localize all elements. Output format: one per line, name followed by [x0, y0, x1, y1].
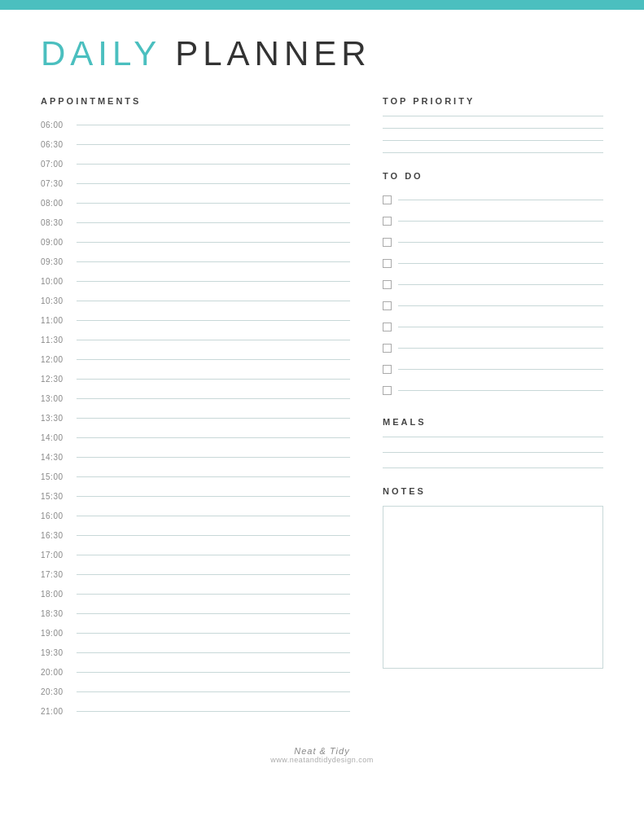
appointment-line	[77, 320, 350, 321]
todo-line	[398, 369, 603, 370]
notes-section: NOTES	[383, 486, 603, 669]
appointment-row: 13:30	[41, 409, 350, 427]
time-label: 07:00	[41, 160, 72, 169]
todo-item	[383, 296, 603, 314]
time-label: 09:00	[41, 238, 72, 247]
todo-line	[398, 348, 603, 349]
footer-url: www.neatandtidydesign.com	[41, 756, 603, 764]
appointment-row: 17:30	[41, 565, 350, 583]
time-label: 10:00	[41, 277, 72, 286]
todo-item	[383, 191, 603, 208]
time-label: 07:30	[41, 179, 72, 188]
time-label: 13:00	[41, 394, 72, 403]
priority-lines	[383, 116, 603, 153]
todo-line	[398, 327, 603, 327]
notes-box[interactable]	[383, 506, 603, 669]
footer-brand: Neat & Tidy	[41, 746, 603, 756]
top-bar	[0, 0, 644, 10]
appointment-line	[77, 144, 350, 145]
meals-lines	[383, 437, 603, 468]
todo-checkbox[interactable]	[383, 259, 392, 268]
appointment-line	[77, 379, 350, 380]
appointment-row: 12:00	[41, 350, 350, 368]
appointment-line	[77, 281, 350, 282]
appointment-row: 07:00	[41, 155, 350, 173]
appointment-line	[77, 437, 350, 438]
meal-line	[383, 437, 603, 437]
time-label: 15:00	[41, 472, 72, 481]
appointment-line	[77, 418, 350, 419]
meals-title: MEALS	[383, 417, 603, 427]
appointment-line	[77, 691, 350, 692]
appointments-title: APPOINTMENTS	[41, 96, 350, 106]
time-label: 10:30	[41, 296, 72, 305]
time-label: 12:30	[41, 375, 72, 384]
appointment-row: 06:00	[41, 116, 350, 134]
right-column: TOP PRIORITY TO DO	[383, 96, 603, 687]
todo-checkbox[interactable]	[383, 280, 392, 289]
priority-line	[383, 128, 603, 129]
appointment-line	[77, 594, 350, 595]
time-label: 18:00	[41, 590, 72, 599]
time-label: 11:30	[41, 336, 72, 345]
appointment-line	[77, 242, 350, 243]
appointment-row: 08:00	[41, 194, 350, 212]
appointment-row: 15:00	[41, 467, 350, 485]
todo-item	[383, 339, 603, 357]
title-area: DAILY PLANNER	[41, 34, 603, 73]
appointment-row: 12:30	[41, 370, 350, 388]
priority-line	[383, 140, 603, 141]
appointment-row: 14:30	[41, 448, 350, 466]
time-label: 18:30	[41, 609, 72, 618]
todo-line	[398, 305, 603, 306]
time-label: 21:00	[41, 707, 72, 716]
todo-title: TO DO	[383, 171, 603, 181]
appointment-row: 19:30	[41, 643, 350, 661]
todo-checkbox[interactable]	[383, 217, 392, 226]
top-priority-section: TOP PRIORITY	[383, 96, 603, 153]
appointment-line	[77, 535, 350, 536]
appointment-row: 09:30	[41, 252, 350, 270]
appointment-line	[77, 340, 350, 340]
appointment-row: 07:30	[41, 174, 350, 192]
appointment-row: 11:00	[41, 311, 350, 329]
time-label: 13:30	[41, 414, 72, 423]
time-label: 09:30	[41, 257, 72, 266]
todo-item	[383, 381, 603, 399]
appointment-line	[77, 359, 350, 360]
todo-line	[398, 221, 603, 222]
appointment-line	[77, 633, 350, 634]
todo-checkbox[interactable]	[383, 386, 392, 395]
todo-checkbox[interactable]	[383, 323, 392, 331]
appointment-row: 10:00	[41, 272, 350, 290]
time-label: 19:00	[41, 629, 72, 638]
priority-line	[383, 152, 603, 153]
todo-checkbox[interactable]	[383, 301, 392, 310]
todo-list	[383, 191, 603, 399]
appointment-row: 19:00	[41, 624, 350, 642]
appointment-line	[77, 555, 350, 555]
appointment-rows: 06:00 06:30 07:00 07:30 08:00 08:30 09:0…	[41, 116, 350, 720]
appointment-line	[77, 183, 350, 184]
todo-checkbox[interactable]	[383, 344, 392, 353]
todo-line	[398, 390, 603, 391]
time-label: 16:00	[41, 511, 72, 520]
appointment-row: 10:30	[41, 292, 350, 309]
time-label: 06:30	[41, 140, 72, 149]
todo-checkbox[interactable]	[383, 365, 392, 374]
appointment-row: 20:00	[41, 663, 350, 681]
todo-line	[398, 242, 603, 243]
appointment-row: 13:00	[41, 389, 350, 407]
time-label: 12:00	[41, 355, 72, 364]
time-label: 11:00	[41, 316, 72, 325]
notes-title: NOTES	[383, 486, 603, 496]
appointment-row: 17:00	[41, 546, 350, 564]
time-label: 17:30	[41, 570, 72, 579]
appointment-line	[77, 672, 350, 673]
todo-checkbox[interactable]	[383, 195, 392, 204]
todo-section: TO DO	[383, 171, 603, 399]
todo-checkbox[interactable]	[383, 238, 392, 247]
title-planner: PLANNER	[161, 34, 371, 72]
appointment-row: 18:30	[41, 604, 350, 622]
appointment-line	[77, 301, 350, 301]
